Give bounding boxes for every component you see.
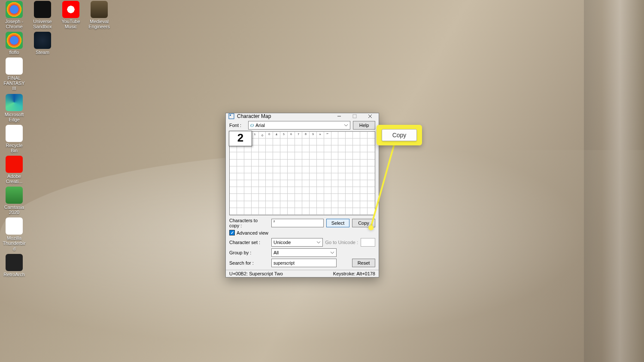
char-cell[interactable] (310, 194, 317, 201)
char-cell[interactable] (295, 194, 302, 201)
char-cell[interactable] (237, 180, 244, 187)
char-cell[interactable] (288, 145, 295, 152)
char-cell[interactable] (338, 173, 346, 180)
desktop-icon[interactable]: Adobe Creati... (3, 156, 26, 184)
char-cell[interactable]: ‴ (324, 132, 331, 139)
char-cell[interactable] (353, 145, 360, 152)
char-cell[interactable] (338, 145, 346, 152)
char-cell[interactable] (338, 180, 346, 187)
char-cell[interactable] (317, 187, 324, 194)
char-cell[interactable] (324, 166, 331, 173)
char-cell[interactable] (317, 139, 324, 145)
search-input[interactable]: superscript (271, 259, 337, 267)
char-cell[interactable] (338, 152, 346, 159)
char-cell[interactable] (346, 194, 353, 201)
char-cell[interactable] (230, 180, 237, 187)
char-cell[interactable] (252, 173, 259, 180)
char-cell[interactable] (331, 166, 339, 173)
char-cell[interactable] (331, 145, 339, 152)
char-cell[interactable] (295, 166, 302, 173)
char-cell[interactable] (302, 180, 310, 187)
char-cell[interactable] (346, 152, 353, 159)
char-cell[interactable] (317, 180, 324, 187)
char-cell[interactable] (353, 208, 360, 215)
char-cell[interactable] (346, 166, 353, 173)
desktop-icon[interactable]: Microsoft Edge (3, 94, 26, 122)
desktop-icon[interactable]: Mozilla Thunderbird (3, 217, 26, 251)
char-cell[interactable] (353, 194, 360, 201)
char-cell[interactable] (266, 166, 273, 173)
char-cell[interactable] (324, 208, 331, 215)
reset-button[interactable]: Reset (352, 259, 375, 267)
char-cell[interactable] (331, 187, 339, 194)
char-cell[interactable] (266, 152, 273, 159)
char-cell[interactable] (295, 187, 302, 194)
char-cell[interactable] (237, 145, 244, 152)
char-cell[interactable] (280, 201, 288, 208)
char-cell[interactable] (230, 208, 237, 215)
char-cell[interactable] (244, 187, 252, 194)
char-cell[interactable] (259, 166, 266, 173)
char-cell[interactable] (368, 187, 375, 194)
char-cell[interactable]: ⁴ (273, 132, 280, 139)
char-cell[interactable] (302, 201, 310, 208)
char-cell[interactable] (273, 139, 280, 145)
char-cell[interactable] (310, 180, 317, 187)
char-cell[interactable] (360, 194, 368, 201)
char-cell[interactable] (244, 166, 252, 173)
char-cell[interactable] (331, 194, 339, 201)
char-cell[interactable] (302, 194, 310, 201)
char-cell[interactable] (360, 145, 368, 152)
char-cell[interactable] (317, 166, 324, 173)
char-cell[interactable] (360, 166, 368, 173)
char-cell[interactable] (338, 132, 346, 139)
desktop-icon[interactable]: FINAL FANTASY III (3, 57, 26, 91)
char-cell[interactable] (244, 160, 252, 166)
char-cell[interactable] (317, 208, 324, 215)
char-cell[interactable] (288, 187, 295, 194)
char-cell[interactable] (288, 194, 295, 201)
char-cell[interactable] (280, 139, 288, 145)
char-cell[interactable] (252, 166, 259, 173)
char-cell[interactable] (237, 208, 244, 215)
desktop-icon[interactable]: Recycle Bin (3, 125, 26, 153)
char-cell[interactable] (310, 208, 317, 215)
char-cell[interactable] (237, 160, 244, 166)
char-cell[interactable] (252, 201, 259, 208)
char-cell[interactable] (252, 160, 259, 166)
char-cell[interactable] (368, 173, 375, 180)
charset-select[interactable]: Unicode (271, 238, 323, 247)
char-cell[interactable] (360, 173, 368, 180)
char-cell[interactable] (346, 173, 353, 180)
char-cell[interactable] (331, 132, 339, 139)
char-cell[interactable] (266, 145, 273, 152)
char-cell[interactable] (324, 145, 331, 152)
char-cell[interactable] (346, 139, 353, 145)
char-cell[interactable] (353, 173, 360, 180)
char-cell[interactable] (368, 152, 375, 159)
char-cell[interactable]: ¹ (252, 132, 259, 139)
char-cell[interactable] (346, 145, 353, 152)
char-cell[interactable] (252, 139, 259, 145)
char-cell[interactable] (244, 152, 252, 159)
char-cell[interactable] (368, 160, 375, 166)
char-cell[interactable] (368, 208, 375, 215)
char-cell[interactable] (302, 152, 310, 159)
char-cell[interactable] (310, 139, 317, 145)
char-cell[interactable] (353, 187, 360, 194)
char-cell[interactable] (259, 180, 266, 187)
char-cell[interactable] (244, 194, 252, 201)
char-cell[interactable] (259, 208, 266, 215)
char-cell[interactable] (338, 194, 346, 201)
char-cell[interactable] (338, 160, 346, 166)
char-cell[interactable] (288, 166, 295, 173)
char-cell[interactable] (237, 194, 244, 201)
char-cell[interactable] (310, 160, 317, 166)
char-cell[interactable] (317, 173, 324, 180)
char-cell[interactable] (244, 201, 252, 208)
char-cell[interactable] (237, 173, 244, 180)
char-cell[interactable] (317, 194, 324, 201)
char-cell[interactable] (230, 187, 237, 194)
char-cell[interactable]: ⁰ (266, 132, 273, 139)
character-grid[interactable]: ¹₀⁰⁴⁵⁶⁷⁸⁹ⁿ‴ 2 (229, 131, 375, 215)
